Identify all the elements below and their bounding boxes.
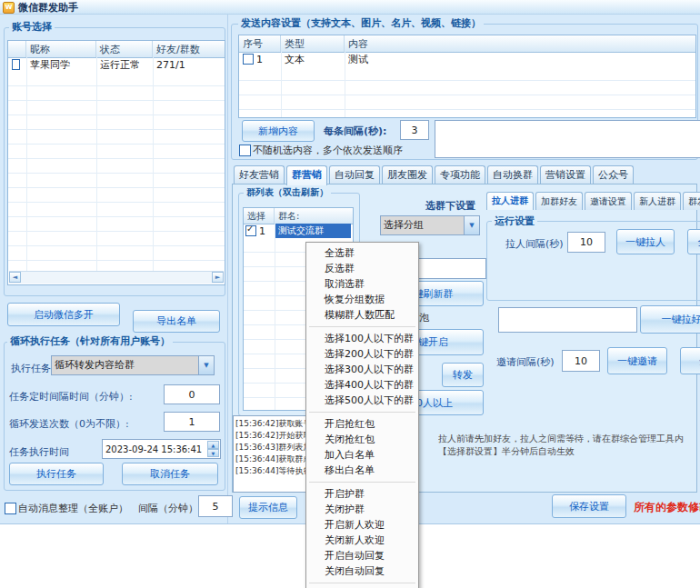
menu-item-invert-selection[interactable]: 反选群	[306, 261, 418, 276]
export-list-button[interactable]: 导出名单	[133, 310, 220, 333]
spin-up-icon[interactable]: ▲	[207, 441, 219, 449]
tab-marketing-settings[interactable]: 营销设置	[540, 165, 591, 184]
order-checkbox[interactable]	[239, 145, 251, 156]
log-line: [15:36:44]获取群成员数量	[235, 453, 305, 465]
chevron-down-icon[interactable]: ▼	[464, 216, 479, 234]
log-line: [15:36:43]群列表加载完成	[235, 442, 305, 453]
exec-task-label: 执行任务:	[11, 362, 55, 375]
scroll-left-icon[interactable]: ◄	[9, 272, 21, 283]
task-time-value: 2023-09-24 15:36:41	[105, 444, 202, 454]
subtab-invite-settings[interactable]: 邀请设置	[585, 192, 632, 210]
auto-pull-button[interactable]: 全自动拉人	[687, 229, 700, 254]
tab-official-account[interactable]: 公众号	[593, 165, 634, 184]
group-list-title: 群列表（双击刷新）	[244, 187, 331, 198]
accounts-table: 昵称 状态 好友/群数 苹果同学 运行正常 271/1 ◄ ►	[7, 40, 225, 285]
task-time-spinner[interactable]: ▲ ▼	[207, 441, 219, 457]
task-title: 循环执行任务（针对所有用户账号）	[7, 336, 173, 347]
menu-separator	[309, 412, 415, 413]
menu-item-add-whitelist[interactable]: 加入白名单	[306, 447, 418, 463]
subtab-add-group-friends[interactable]: 加群好友	[535, 192, 583, 210]
tab-group-marketing[interactable]: 群营销	[286, 165, 327, 185]
content-row[interactable]: 1 文本 测试	[239, 52, 694, 67]
task-loop-input[interactable]: 1	[164, 412, 220, 432]
invite-interval-input[interactable]: 10	[562, 350, 600, 372]
task-interval-label: 任务定时间隔时间（分钟）:	[9, 390, 133, 404]
menu-item-fuzzy-member-match[interactable]: 模糊群人数匹配	[306, 307, 418, 323]
task-interval-input[interactable]: 0	[164, 384, 220, 404]
menu-item-disable-group-guard[interactable]: 关闭护群	[306, 502, 418, 517]
menu-item-select-all[interactable]: 全选群	[306, 245, 418, 261]
menu-item-select-under-300[interactable]: 选择300人以下的群	[306, 362, 418, 377]
main-tabbar: 好友营销 群营销 自动回复 朋友圈发 专项功能 自动换群 营销设置 公众号	[234, 165, 634, 185]
menu-item-disable-auto-reply[interactable]: 关闭自动回复	[306, 563, 418, 579]
group-col-name: 群名:	[275, 208, 353, 224]
menu-item-select-under-100[interactable]: 选择100人以下的群	[306, 331, 418, 346]
group-table-header: 选择 群名:	[244, 208, 353, 224]
scroll-right-icon[interactable]: ►	[212, 272, 224, 283]
content-title: 发送内容设置（支持文本、图片、名片、视频、链接）	[238, 18, 484, 29]
chevron-down-icon[interactable]: ▼	[198, 356, 214, 374]
title-bar[interactable]: W 微信群发助手	[0, 0, 700, 15]
one-key-invite-button[interactable]: 一键邀请	[607, 347, 667, 374]
save-hint-text: 所有的参数修改需要保存后生效	[634, 500, 700, 515]
subtab-pull-into-group[interactable]: 拉人进群	[486, 192, 534, 210]
accounts-col-check	[8, 41, 26, 57]
tab-moments[interactable]: 朋友圈发	[382, 165, 433, 184]
content-row-checkbox[interactable]	[243, 54, 254, 65]
tab-auto-switch-group[interactable]: 自动换群	[487, 165, 538, 184]
tab-friend-marketing[interactable]: 好友营销	[234, 165, 285, 184]
exec-task-combobox[interactable]: 循环转发内容给群 ▼	[51, 355, 215, 375]
pull-interval-label: 拉人间隔(秒)	[505, 237, 564, 251]
save-settings-button[interactable]: 保存设置	[552, 494, 626, 518]
accounts-empty-rows	[8, 72, 225, 270]
menu-item-enable-welcome[interactable]: 开启新人欢迎	[306, 517, 418, 533]
tab-auto-reply[interactable]: 自动回复	[329, 165, 380, 184]
menu-item-remove-whitelist[interactable]: 移出白名单	[306, 463, 418, 478]
invite-interval-label: 邀请间隔(秒)	[496, 355, 555, 369]
menu-item-deselect[interactable]: 取消选群	[306, 276, 418, 292]
task-time-input[interactable]: 2023-09-24 15:36:41 ▲ ▼	[102, 439, 221, 459]
group-hint-text: 拉人前请先加好友，拉人之间需等待，请在群综合管理工具内【选择群设置】半分钟后自动…	[438, 433, 698, 473]
task-loop-label: 循环发送次数（0为不限）:	[9, 417, 129, 431]
info-button[interactable]: 提示信息	[239, 496, 297, 519]
menu-item-select-under-400[interactable]: 选择400人以下的群	[306, 377, 418, 393]
autoclean-interval-input[interactable]: 5	[198, 495, 233, 517]
add-content-button[interactable]: 新增内容	[242, 120, 315, 142]
autoclean-checkbox[interactable]	[5, 503, 16, 514]
menu-item-select-under-500[interactable]: 选择500人以下的群	[306, 393, 418, 408]
group-filter-combobox[interactable]: 选择分组 ▼	[380, 215, 480, 235]
accounts-hscrollbar[interactable]: ◄ ►	[9, 271, 224, 284]
spin-down-icon[interactable]: ▼	[207, 449, 219, 457]
content-interval-input[interactable]: 3	[400, 120, 429, 140]
run-task-button[interactable]: 执行任务	[9, 463, 104, 485]
menu-item-select-under-200[interactable]: 选择200人以下的群	[306, 346, 418, 362]
content-row-content: 测试	[345, 52, 694, 66]
account-row[interactable]: 苹果同学 运行正常 271/1	[8, 57, 223, 73]
content-empty-rows	[239, 66, 695, 115]
menu-item-enable-auto-reply[interactable]: 开启自动回复	[306, 548, 418, 563]
cancel-task-button[interactable]: 取消任务	[122, 463, 218, 485]
menu-item-disable-welcome[interactable]: 关闭新人欢迎	[306, 533, 418, 548]
menu-item-disable-redpacket[interactable]: 关闭抢红包	[306, 432, 418, 447]
subtab-newcomer[interactable]: 新人进群	[634, 192, 681, 210]
forward-button[interactable]: 转发	[442, 363, 484, 387]
start-multi-wechat-button[interactable]: 启动微信多开	[7, 303, 120, 326]
group-row-checkbox[interactable]	[245, 225, 256, 236]
menu-separator	[309, 482, 415, 483]
app-window: W 微信群发助手 账号选择 昵称 状态 好友/群数 苹果同学 运行正常 271/…	[0, 0, 700, 588]
menu-item-restore-group-data[interactable]: 恢复分组数据	[306, 292, 418, 307]
app-icon: W	[3, 2, 15, 14]
tab-special-functions[interactable]: 专项功能	[435, 165, 485, 184]
log-listbox: [15:36:42]获取账号信息成功 [15:36:42]开始获取群列表 [15…	[233, 415, 307, 493]
group-row[interactable]: 1 测试交流群	[244, 224, 351, 239]
subtab-group-send[interactable]: 群发	[683, 192, 700, 210]
menu-item-enable-group-guard[interactable]: 开启护群	[306, 486, 418, 502]
account-row-checkbox[interactable]	[12, 59, 20, 70]
menu-item-enable-redpacket[interactable]: 开启抢红包	[306, 416, 418, 432]
account-counts: 271/1	[153, 57, 222, 72]
friend-name-input[interactable]	[498, 307, 637, 333]
pull-friend-button[interactable]: 一键拉好友	[640, 305, 700, 334]
one-key-pull-button[interactable]: 一键拉人	[616, 229, 675, 254]
pull-interval-input[interactable]: 10	[567, 232, 605, 253]
batch-invite-button[interactable]: 分批邀请	[680, 347, 700, 374]
